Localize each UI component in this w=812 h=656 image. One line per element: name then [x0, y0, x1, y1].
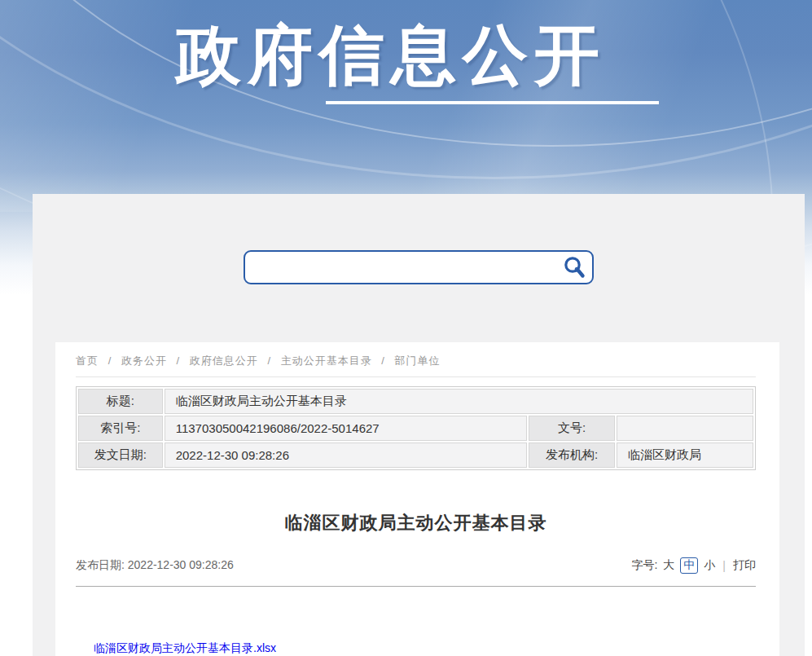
meta-row-title: 标题: 临淄区财政局主动公开基本目录 [78, 389, 753, 414]
breadcrumb-separator: / [267, 354, 271, 367]
breadcrumb-divider [76, 376, 756, 377]
meta-value-issue-date: 2022-12-30 09:28:26 [165, 442, 527, 468]
breadcrumb-item-department[interactable]: 部门单位 [395, 354, 441, 367]
page: { "banner": { "title": "政府信息公开" }, "sear… [0, 0, 812, 656]
article-meta-row: 发布日期: 2022-12-30 09:28:26 字号: 大 中 小 | 打印 [76, 557, 756, 574]
breadcrumb-item-catalog[interactable]: 主动公开基本目录 [281, 354, 372, 367]
search-button[interactable] [561, 255, 587, 281]
meta-row-index: 索引号: 113703050042196086/2022-5014627 文号: [78, 416, 753, 441]
meta-label-index-number: 索引号: [78, 416, 163, 441]
article-divider [76, 586, 756, 587]
banner-title: 政府信息公开 [0, 21, 782, 90]
meta-row-date: 发文日期: 2022-12-30 09:28:26 发布机构: 临淄区财政局 [78, 442, 753, 468]
meta-value-issuing-agency: 临淄区财政局 [617, 442, 753, 468]
search-bar [244, 250, 594, 284]
content-panel: 首页 / 政务公开 / 政府信息公开 / 主动公开基本目录 / 部门单位 标题:… [33, 194, 805, 656]
fontsize-large-button[interactable]: 大 [663, 558, 674, 573]
attachment-link[interactable]: 临淄区财政局主动公开基本目录.xlsx [94, 641, 276, 654]
breadcrumb-item-home[interactable]: 首页 [76, 354, 99, 367]
search-icon [562, 270, 586, 282]
breadcrumb: 首页 / 政务公开 / 政府信息公开 / 主动公开基本目录 / 部门单位 [76, 354, 756, 368]
content-card: 首页 / 政务公开 / 政府信息公开 / 主动公开基本目录 / 部门单位 标题:… [55, 342, 779, 656]
meta-value-doc-number [617, 416, 753, 441]
meta-label-issuing-agency: 发布机构: [529, 442, 615, 468]
meta-table: 标题: 临淄区财政局主动公开基本目录 索引号: 1137030500421960… [76, 386, 756, 470]
breadcrumb-separator: / [177, 354, 181, 367]
fontsize-medium-button[interactable]: 中 [680, 557, 698, 574]
meta-value-index-number: 113703050042196086/2022-5014627 [165, 416, 527, 441]
print-button[interactable]: 打印 [733, 558, 756, 573]
breadcrumb-item-info-disclosure[interactable]: 政府信息公开 [190, 354, 258, 367]
banner-title-underline [326, 101, 659, 104]
publish-date-label: 发布日期: [76, 558, 125, 571]
fontsize-small-button[interactable]: 小 [704, 558, 715, 573]
breadcrumb-separator: / [381, 354, 385, 367]
publish-date-value: 2022-12-30 09:28:26 [128, 558, 234, 571]
fontsize-print-separator: | [722, 559, 726, 572]
fontsize-control: 字号: 大 中 小 | 打印 [631, 557, 756, 574]
breadcrumb-item-zhengwu[interactable]: 政务公开 [121, 354, 167, 367]
publish-date: 发布日期: 2022-12-30 09:28:26 [76, 558, 234, 573]
meta-label-doc-number: 文号: [529, 416, 615, 441]
breadcrumb-separator: / [108, 354, 112, 367]
meta-label-issue-date: 发文日期: [78, 442, 163, 468]
search-input[interactable] [244, 250, 594, 284]
meta-value-title: 临淄区财政局主动公开基本目录 [165, 389, 753, 414]
attachment-row: 临淄区财政局主动公开基本目录.xlsx [76, 641, 756, 656]
article-title: 临淄区财政局主动公开基本目录 [76, 511, 756, 535]
meta-label-title: 标题: [78, 389, 163, 414]
fontsize-label: 字号: [631, 558, 657, 573]
